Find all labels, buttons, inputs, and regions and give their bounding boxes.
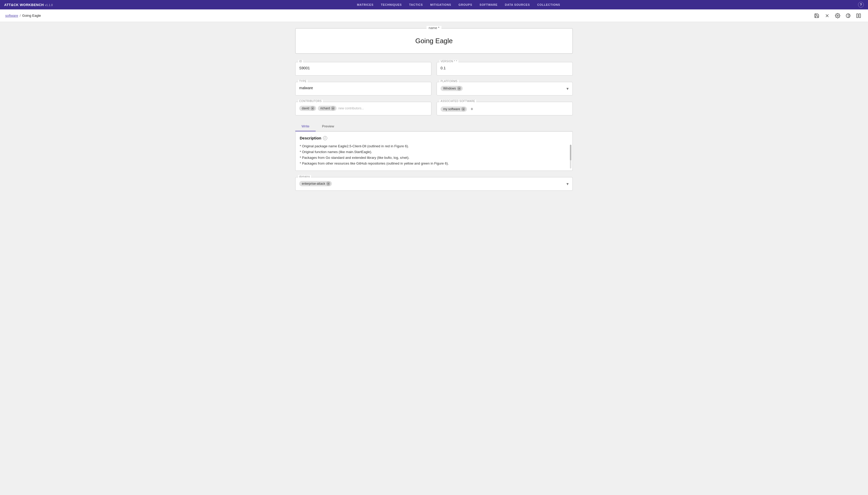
description-scrollbar[interactable]	[570, 145, 571, 169]
breadcrumb-current: Going Eagle	[22, 14, 41, 18]
version-field: version *	[437, 62, 573, 75]
description-title: Description i	[300, 136, 568, 140]
contributors-associated-row: contributors david ✕ richard ✕ new contr…	[295, 102, 573, 115]
contributors-chips: david ✕ richard ✕ new contributors...	[299, 105, 428, 111]
add-associated-btn[interactable]: +	[469, 106, 475, 113]
contributor-chip-richard: richard ✕	[318, 106, 337, 111]
type-platforms-row: TYPE malware platforms Windows ✕ ▼	[295, 82, 573, 96]
tab-write[interactable]: Write	[295, 122, 316, 131]
type-label: TYPE	[298, 80, 307, 83]
settings-button[interactable]	[833, 12, 842, 20]
breadcrumb-separator: /	[20, 14, 21, 18]
discard-button[interactable]	[823, 12, 831, 20]
domains-field[interactable]: domains enterprise-attack ✕ ▼	[295, 177, 573, 191]
id-version-row: ID version *	[295, 62, 573, 75]
save-button[interactable]	[813, 12, 821, 20]
remove-enterprise-btn[interactable]: ✕	[326, 182, 330, 186]
nav-matrices[interactable]: MATRICES	[353, 0, 377, 10]
version-input[interactable]	[440, 65, 569, 70]
version-label: version *	[439, 60, 458, 63]
associated-software-chips: my software ✕ +	[440, 105, 569, 113]
associated-software-label: ASSOCIATED SOFTWARE	[439, 100, 476, 103]
navbar: ATT&CK WORKBENCH v1.1.0 MATRICES TECHNIQ…	[0, 0, 868, 10]
version-text: v1.1.0	[45, 4, 53, 6]
help-button[interactable]: ?	[858, 2, 864, 7]
remove-richard-btn[interactable]: ✕	[331, 106, 335, 110]
id-input[interactable]	[299, 65, 428, 70]
main-content: name * ID version * TYPE malware platfor…	[290, 22, 578, 197]
brand-text: ATT&CK WORKBENCH	[4, 3, 44, 7]
name-input[interactable]	[296, 29, 572, 53]
name-field-wrapper: name *	[295, 28, 573, 54]
description-tabs: Write Preview	[295, 122, 573, 131]
contributors-label: contributors	[298, 100, 323, 103]
platform-chip-windows: Windows ✕	[440, 86, 463, 91]
description-box: Description i * Original package name Ea…	[295, 131, 573, 171]
remove-mysoftware-btn[interactable]: ✕	[461, 107, 465, 111]
nav-tactics[interactable]: TACTICS	[405, 0, 427, 10]
platforms-label: platforms	[439, 80, 458, 83]
type-value: malware	[299, 85, 428, 90]
associated-chip-mysoftware: my software ✕	[440, 106, 467, 112]
svg-rect-5	[859, 14, 861, 18]
id-field: ID	[295, 62, 431, 75]
associated-software-field: ASSOCIATED SOFTWARE my software ✕ +	[437, 102, 573, 115]
svg-point-2	[837, 15, 838, 16]
breadcrumb-parent[interactable]: software	[5, 14, 18, 18]
id-label: ID	[298, 60, 303, 63]
description-content: * Original package name Eagle2.5-Client-…	[300, 143, 568, 166]
nav-software[interactable]: SOFTWARE	[476, 0, 501, 10]
remove-windows-btn[interactable]: ✕	[457, 86, 461, 90]
nav-data-sources[interactable]: DATA SOURCES	[501, 0, 534, 10]
domains-dropdown-arrow: ▼	[566, 182, 569, 186]
breadcrumb-bar: software / Going Eagle	[0, 10, 868, 22]
theme-button[interactable]	[844, 12, 852, 20]
name-label: name *	[427, 26, 441, 30]
platforms-chips: Windows ✕	[440, 85, 569, 91]
contributors-field: contributors david ✕ richard ✕ new contr…	[295, 102, 431, 115]
domain-chip-enterprise: enterprise-attack ✕	[299, 181, 332, 186]
domains-label: domains	[298, 175, 311, 178]
nav-links: MATRICES TECHNIQUES TACTICS MITIGATIONS …	[61, 0, 856, 10]
nav-techniques[interactable]: TECHNIQUES	[377, 0, 405, 10]
nav-groups[interactable]: GROUPS	[455, 0, 476, 10]
description-info-icon[interactable]: i	[323, 136, 327, 140]
scrollbar-thumb	[570, 145, 571, 160]
svg-rect-4	[857, 14, 858, 18]
nav-collections[interactable]: COLLECTIONS	[533, 0, 564, 10]
contributors-placeholder[interactable]: new contributors...	[338, 106, 364, 110]
platforms-field[interactable]: platforms Windows ✕ ▼	[437, 82, 573, 96]
domains-chips: enterprise-attack ✕	[299, 180, 569, 186]
app-title: ATT&CK WORKBENCH v1.1.0	[4, 3, 53, 7]
nav-mitigations[interactable]: MITIGATIONS	[427, 0, 455, 10]
type-field: TYPE malware	[295, 82, 431, 96]
tab-preview[interactable]: Preview	[316, 122, 340, 131]
toolbar-actions	[813, 12, 863, 20]
columns-button[interactable]	[854, 12, 863, 20]
contributor-chip-david: david ✕	[299, 106, 316, 111]
breadcrumb: software / Going Eagle	[5, 14, 41, 18]
remove-david-btn[interactable]: ✕	[311, 106, 315, 110]
